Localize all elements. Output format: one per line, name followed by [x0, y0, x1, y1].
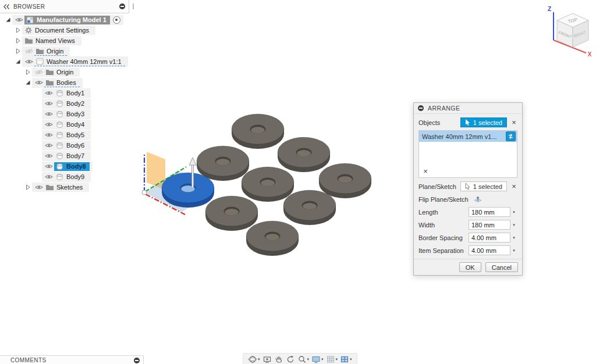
tree-item-origin[interactable]: Origin	[0, 67, 129, 77]
caret-collapsed-icon[interactable]	[23, 184, 32, 190]
width-dropdown-icon[interactable]: ▾	[510, 223, 517, 227]
border-spacing-dropdown-icon[interactable]: ▾	[510, 235, 517, 240]
plane-select-button[interactable]: 1 selected	[460, 181, 507, 191]
tree-node-main[interactable]: Origin	[34, 47, 67, 56]
washer-body[interactable]	[246, 221, 299, 256]
item-separation-input[interactable]	[469, 245, 510, 255]
nav-grid-settings-button[interactable]: ▾	[326, 355, 338, 364]
tree-item-bodies[interactable]: Bodies	[0, 77, 129, 88]
tree-item-body6[interactable]: Body6	[0, 140, 129, 151]
tree-item-body8[interactable]: Body8	[0, 161, 129, 172]
nav-zoom-button[interactable]: ▾	[297, 355, 310, 364]
nav-look-at-button[interactable]	[262, 355, 272, 364]
tree-item-body7[interactable]: Body7	[0, 151, 129, 161]
length-input[interactable]	[469, 207, 510, 217]
visibility-eye-icon[interactable]	[43, 122, 54, 127]
tree-node-main[interactable]: Bodies	[44, 78, 80, 87]
visibility-eye-icon[interactable]	[43, 163, 54, 169]
visibility-eye-icon[interactable]	[43, 132, 54, 138]
tree-item-body4[interactable]: Body4	[0, 119, 129, 130]
plane-clear-icon[interactable]: ×	[510, 183, 517, 190]
width-input[interactable]	[469, 220, 510, 230]
washer-body[interactable]	[319, 163, 371, 198]
caret-collapsed-icon[interactable]	[13, 27, 22, 33]
visibility-eye-hidden-icon[interactable]	[23, 48, 34, 54]
caret-expanded-icon[interactable]	[13, 59, 22, 65]
tree-item-body9[interactable]: Body9	[0, 172, 129, 182]
arrange-dialog-titlebar[interactable]: ARRANGE	[414, 103, 522, 114]
tree-node-main[interactable]: Body5	[54, 131, 88, 140]
visibility-eye-icon[interactable]	[43, 142, 54, 148]
objects-list[interactable]: Washer 40mm 12mm v1... ×	[418, 130, 517, 178]
caret-expanded-icon[interactable]	[3, 17, 12, 23]
border-spacing-input[interactable]	[469, 233, 510, 242]
item-separation-dropdown-icon[interactable]: ▾	[510, 248, 517, 253]
length-dropdown-icon[interactable]: ▾	[510, 210, 517, 215]
tree-node-main[interactable]: Document Settings	[23, 26, 93, 34]
tree-item-named-views[interactable]: Named Views	[0, 35, 129, 46]
minimize-comments-icon[interactable]	[134, 358, 140, 363]
tree-item-sketches[interactable]: Sketches	[0, 182, 129, 192]
tree-node-main[interactable]: Origin	[44, 68, 77, 76]
cancel-button[interactable]: Cancel	[485, 262, 518, 272]
dialog-menu-icon[interactable]	[418, 105, 424, 111]
caret-collapsed-icon[interactable]	[13, 38, 22, 44]
origin-point[interactable]	[142, 190, 147, 195]
caret-expanded-icon[interactable]	[23, 80, 32, 85]
washer-body[interactable]	[197, 146, 249, 181]
objects-clear-icon[interactable]: ×	[510, 119, 517, 126]
tree-node-main[interactable]: Body8	[54, 162, 90, 171]
visibility-eye-icon[interactable]	[23, 59, 34, 65]
tree-node-main[interactable]: Body7	[54, 152, 88, 160]
tree-node-main[interactable]: Body6	[54, 141, 88, 150]
tree-node-main[interactable]: Body4	[54, 120, 88, 129]
activate-component-radio[interactable]	[113, 16, 120, 24]
tree-node-main[interactable]: Sketches	[44, 183, 86, 191]
tree-item-body5[interactable]: Body5	[0, 130, 129, 140]
nav-orbit-button[interactable]: ▾	[248, 355, 260, 364]
tree-node-main[interactable]: Washer 40mm 12mm v1:1	[34, 57, 125, 66]
minimize-browser-icon[interactable]	[119, 3, 125, 9]
visibility-eye-icon[interactable]	[33, 80, 44, 85]
tree-item-body3[interactable]: Body3	[0, 109, 129, 119]
nav-viewports-button[interactable]: ▾	[340, 355, 352, 364]
tree-node-main[interactable]: Named Views	[23, 37, 79, 45]
objects-list-item[interactable]: Washer 40mm 12mm v1...	[419, 131, 517, 142]
visibility-eye-icon[interactable]	[43, 111, 54, 117]
objects-select-button[interactable]: 1 selected	[460, 117, 507, 127]
list-remove-icon[interactable]: ×	[422, 167, 429, 175]
ok-button[interactable]: OK	[459, 262, 481, 272]
orbit-dropdown-icon[interactable]: ▾	[258, 357, 260, 362]
grid-settings-dropdown-icon[interactable]: ▾	[336, 357, 338, 362]
nav-pan-button[interactable]	[274, 355, 283, 364]
tree-node-main[interactable]: Manufacturing Model 1	[24, 16, 110, 24]
visibility-eye-icon[interactable]	[43, 101, 54, 106]
tree-item-body2[interactable]: Body2	[0, 98, 129, 109]
visibility-eye-icon[interactable]	[43, 90, 54, 96]
flip-plane-icon[interactable]	[473, 195, 483, 203]
washer-body[interactable]	[242, 167, 294, 202]
nav-free-orbit-button[interactable]	[286, 355, 295, 364]
item-flip-button[interactable]	[506, 131, 516, 141]
visibility-eye-icon[interactable]	[33, 184, 44, 190]
zoom-dropdown-icon[interactable]: ▾	[307, 357, 310, 362]
washer-body[interactable]	[205, 196, 258, 231]
tree-node-main[interactable]: Body9	[54, 173, 88, 181]
caret-collapsed-icon[interactable]	[23, 69, 32, 75]
washer-body-selected[interactable]	[162, 173, 214, 208]
display-settings-dropdown-icon[interactable]: ▾	[321, 357, 324, 362]
washer-body[interactable]	[278, 137, 330, 172]
tree-item-washer-40mm-12mm-v1-1[interactable]: Washer 40mm 12mm v1:1	[0, 56, 129, 67]
visibility-eye-icon[interactable]	[43, 153, 54, 159]
tree-item-origin[interactable]: Origin	[0, 46, 129, 56]
view-cube[interactable]: TOP FRONT RIGHT Z X	[544, 3, 594, 61]
collapse-panel-icon[interactable]	[3, 4, 10, 9]
visibility-eye-hidden-icon[interactable]	[33, 69, 44, 75]
caret-collapsed-icon[interactable]	[13, 48, 22, 54]
tree-item-document-settings[interactable]: Document Settings	[0, 25, 129, 35]
tree-node-main[interactable]: Body1	[54, 89, 88, 98]
washer-body[interactable]	[283, 190, 336, 225]
tree-item-manufacturing-model-1[interactable]: Manufacturing Model 1	[0, 15, 129, 25]
tree-item-body1[interactable]: Body1	[0, 88, 129, 98]
tree-node-main[interactable]: Body3	[54, 110, 88, 119]
